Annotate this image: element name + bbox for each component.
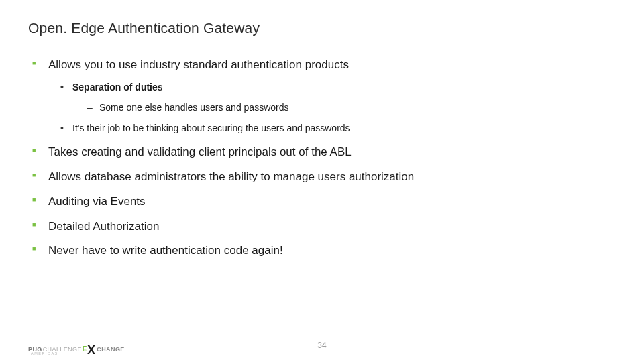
bullet-item: Detailed Authorization xyxy=(28,219,616,235)
bullet-text: Never have to write authentication code … xyxy=(48,244,283,257)
logo-text-e: E xyxy=(83,345,87,353)
logo-text-change: CHANGE xyxy=(97,346,124,353)
bullet-text: Allows database administrators the abili… xyxy=(48,170,414,183)
sub-bullet-item: Separation of duties Some one else handl… xyxy=(48,81,616,114)
subsub-bullet-list: Some one else handles users and password… xyxy=(72,101,616,115)
slide: Open. Edge Authentication Gateway Allows… xyxy=(0,0,644,362)
sub-bullet-item: It's their job to be thinking about secu… xyxy=(48,122,616,135)
subsub-bullet-text: Some one else handles users and password… xyxy=(99,102,289,113)
bullet-item: Takes creating and validating client pri… xyxy=(28,145,616,160)
bullet-item: Never have to write authentication code … xyxy=(28,243,616,259)
sub-bullet-text: It's their job to be thinking about secu… xyxy=(72,123,350,133)
slide-title: Open. Edge Authentication Gateway xyxy=(28,20,616,36)
sub-bullet-list: Separation of duties Some one else handl… xyxy=(48,81,616,135)
footer-logo: PUG CHALLENGE E X CHANGE AMERICAS xyxy=(28,345,125,353)
logo-text-americas: AMERICAS xyxy=(31,351,58,355)
bullet-text: Takes creating and validating client pri… xyxy=(48,145,352,158)
bullet-item: Allows you to use industry standard auth… xyxy=(28,58,616,135)
bullet-item: Auditing via Events xyxy=(28,194,616,210)
bullet-text: Auditing via Events xyxy=(48,195,146,208)
bullet-list: Allows you to use industry standard auth… xyxy=(28,58,616,259)
logo-text-x: X xyxy=(87,347,95,354)
page-number: 34 xyxy=(317,341,326,350)
sub-bullet-text: Separation of duties xyxy=(72,82,163,93)
bullet-text: Detailed Authorization xyxy=(48,220,159,233)
bullet-text: Allows you to use industry standard auth… xyxy=(48,58,349,71)
bullet-item: Allows database administrators the abili… xyxy=(28,170,616,185)
subsub-bullet-item: Some one else handles users and password… xyxy=(72,101,616,115)
